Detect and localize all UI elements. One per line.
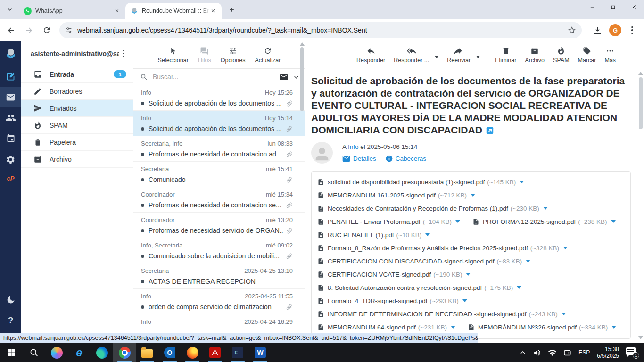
- message-row[interactable]: Secretaria 2025-04-25 13:10 ACTAS DE ENT…: [133, 263, 305, 289]
- mail-nav-button[interactable]: [0, 87, 21, 107]
- cpanel-logo[interactable]: cP: [0, 170, 21, 187]
- taskbar-search-button[interactable]: [23, 343, 45, 362]
- search-input[interactable]: [153, 73, 279, 81]
- attachment-item[interactable]: MEMORANDUM 64-signed.pdf (~231 KB): [317, 321, 455, 334]
- attachment-name[interactable]: Formato_8_Razón de Proformas y Análisis …: [328, 245, 528, 252]
- attachment-item[interactable]: CERTIFICACION CON DISCAPACIDAD-signed-si…: [317, 255, 530, 268]
- attachment-item[interactable]: MEMORANDUM 161-2025-signed.pdf (~712 KB): [317, 189, 475, 202]
- sidebar-item-entrada[interactable]: Entrada 1: [21, 66, 133, 83]
- more-button[interactable]: Más: [604, 46, 616, 64]
- reload-button[interactable]: [40, 23, 54, 37]
- attachment-name[interactable]: INFORME DE DETERMINACION DE NECESIDAD -s…: [328, 311, 527, 318]
- taskbar-outlook-button[interactable]: O: [158, 343, 181, 362]
- attachment-name[interactable]: PROFORMA 12-2025-signed.pdf: [483, 218, 576, 225]
- attachment-name[interactable]: 8. Solicitud Autorización contra y resol…: [328, 284, 482, 291]
- message-row[interactable]: Secretaria, Info lun 08:33 Proformas de …: [133, 136, 305, 162]
- reply-button[interactable]: Responder: [356, 46, 385, 64]
- taskbar-word-button[interactable]: W: [249, 343, 272, 362]
- attachment-menu-icon[interactable]: [526, 260, 530, 263]
- attachment-menu-icon[interactable]: [462, 299, 467, 302]
- taskbar-explorer-button[interactable]: [136, 343, 158, 362]
- taskbar-ie-button[interactable]: e: [68, 343, 91, 362]
- message-row[interactable]: Info Hoy 15:26 Solicitud de aprobación d…: [133, 85, 305, 111]
- start-button[interactable]: [0, 343, 23, 362]
- delete-button[interactable]: Eliminar: [495, 46, 516, 64]
- attachment-name[interactable]: RUC PENAFIEL (1).pdf: [328, 231, 394, 239]
- attachment-menu-icon[interactable]: [611, 220, 616, 223]
- attachment-item[interactable]: CERTIFICACION VCATE-signed.pdf (~190 KB): [317, 268, 471, 281]
- account-menu-icon[interactable]: [119, 48, 128, 59]
- spam-button[interactable]: SPAM: [553, 46, 570, 64]
- back-button[interactable]: [4, 23, 18, 37]
- options-button[interactable]: Opciones: [221, 46, 246, 64]
- search-options-chevron-icon[interactable]: [293, 74, 299, 80]
- attachment-menu-icon[interactable]: [471, 194, 475, 197]
- taskbar-copilot-button[interactable]: [45, 343, 68, 362]
- browser-menu-button[interactable]: [626, 24, 638, 36]
- dark-mode-button[interactable]: [0, 289, 21, 310]
- sidebar-item-archivo[interactable]: Archivo: [21, 151, 133, 168]
- sidebar-item-spam[interactable]: SPAM: [21, 117, 133, 134]
- attachment-item[interactable]: PEÑAFIEL - Enviar Proforma.pdf (~104 KB): [317, 215, 460, 228]
- attachment-item[interactable]: PROFORMA 12-2025-signed.pdf (~238 KB): [472, 215, 616, 228]
- sidebar-item-borradores[interactable]: Borradores: [21, 83, 133, 100]
- threads-button[interactable]: Hilos: [198, 46, 211, 64]
- attachment-menu-icon[interactable]: [543, 207, 548, 210]
- message-row[interactable]: Info Hoy 15:14 Solicitud de aprobación d…: [133, 111, 305, 136]
- attachment-item[interactable]: MEMORÁNDUM Nº326-signed.pdf (~334 KB): [468, 321, 616, 334]
- attachment-name[interactable]: PEÑAFIEL - Enviar Proforma.pdf: [328, 218, 421, 225]
- attachment-item[interactable]: Formato_8_Razón de Proformas y Análisis …: [317, 241, 568, 255]
- maximize-button[interactable]: [603, 0, 623, 14]
- details-link[interactable]: Detalles: [342, 155, 376, 162]
- calendar-nav-button[interactable]: [0, 128, 21, 149]
- attachment-menu-icon[interactable]: [520, 181, 524, 183]
- attachment-name[interactable]: Formato_4_TDR-signed-signed.pdf: [328, 297, 428, 304]
- headers-link[interactable]: Cabeceras: [386, 155, 426, 162]
- attachment-menu-icon[interactable]: [563, 247, 568, 249]
- taskbar-edge-button[interactable]: [91, 343, 113, 362]
- attachment-name[interactable]: CERTIFICACION CON DISCAPACIDAD-signed-si…: [328, 258, 495, 265]
- sidebar-item-enviados[interactable]: Enviados: [21, 100, 133, 117]
- attachment-name[interactable]: MEMORÁNDUM Nº326-signed.pdf: [478, 324, 577, 331]
- message-row[interactable]: Coordinador mié 13:20 Proformas de neces…: [133, 213, 305, 238]
- forward-button[interactable]: [22, 23, 36, 37]
- attachment-item[interactable]: Formato_4_TDR-signed-signed.pdf (~293 KB…: [317, 294, 467, 307]
- forward-menu-icon[interactable]: [476, 56, 480, 58]
- archive-button[interactable]: Archivo: [525, 46, 545, 64]
- taskbar-firefox-button[interactable]: [181, 343, 204, 362]
- attachment-menu-icon[interactable]: [611, 326, 616, 329]
- attachment-menu-icon[interactable]: [517, 286, 521, 289]
- taskbar-chrome-button[interactable]: [113, 343, 136, 362]
- taskbar-fs-app-button[interactable]: F≡: [226, 343, 249, 362]
- settings-nav-button[interactable]: [0, 149, 21, 170]
- url-text[interactable]: webmail.sanjuan.gob.ec/cpsess4713464511/…: [77, 26, 568, 34]
- download-icon[interactable]: [590, 23, 604, 37]
- search-scope-icon[interactable]: [279, 73, 289, 81]
- help-button[interactable]: ?: [0, 310, 21, 331]
- recipient-link[interactable]: Info: [348, 143, 359, 150]
- minimize-button[interactable]: [582, 0, 603, 14]
- sidebar-item-papelera[interactable]: Papelera: [21, 134, 133, 151]
- attachment-item[interactable]: RUC PENAFIEL (1).pdf (~10 KB): [317, 228, 430, 241]
- message-row[interactable]: Info, Secretaria mié 09:02 Comunicado so…: [133, 238, 305, 263]
- tray-expand-chevron-icon[interactable]: [520, 349, 526, 356]
- reply-all-button[interactable]: Responder ...: [394, 46, 429, 64]
- attachment-menu-icon[interactable]: [466, 273, 471, 276]
- reply-all-menu-icon[interactable]: [435, 56, 438, 58]
- site-settings-icon[interactable]: [65, 26, 73, 34]
- close-tab-icon[interactable]: [209, 7, 217, 15]
- tab-search-button[interactable]: [4, 3, 16, 16]
- scrollbar-thumb[interactable]: [300, 47, 304, 111]
- attachment-name[interactable]: Necesidades de Contratación y Recepción …: [328, 205, 508, 212]
- close-window-button[interactable]: [623, 0, 644, 14]
- message-row[interactable]: Coordinador mié 15:34 Proformas de neces…: [133, 187, 305, 213]
- attachment-menu-icon[interactable]: [425, 233, 430, 236]
- bookmark-star-icon[interactable]: [568, 26, 576, 34]
- reading-scrollbar[interactable]: [638, 71, 643, 341]
- tab-roundcube[interactable]: Roundcube Webmail :: Enviados: [125, 3, 222, 19]
- tab-whatsapp[interactable]: WhatsApp: [19, 3, 125, 19]
- volume-icon[interactable]: [533, 349, 541, 357]
- attachment-item[interactable]: Necesidades de Contratación y Recepción …: [317, 202, 548, 215]
- attachment-name[interactable]: solicitud de disponibilidad presupuestar…: [328, 179, 485, 186]
- message-row[interactable]: Secretaria mié 15:41 Comunicado: [133, 162, 305, 187]
